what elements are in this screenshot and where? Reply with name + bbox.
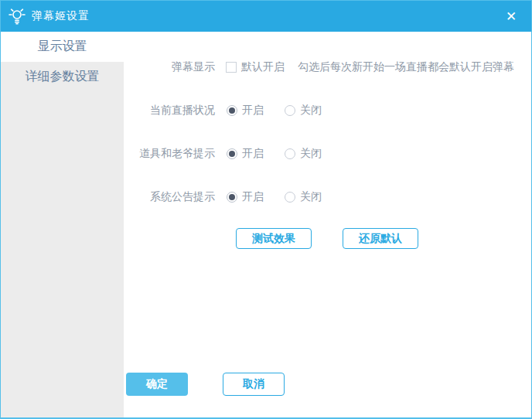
settings-window: 弹幕姬设置 ✕ 显示设置 详细参数设置 弹幕显示 默认开启 勾选后每次新开始一场…: [0, 0, 532, 419]
live-status-off-radio[interactable]: [285, 105, 295, 116]
checkbox-hint-text: 勾选后每次新开始一场直播都会默认开启弹幕: [298, 60, 514, 74]
sidebar-item-label: 显示设置: [38, 39, 87, 55]
ok-button[interactable]: 确定: [126, 373, 188, 396]
announcement-off-label[interactable]: 关闭: [300, 190, 322, 204]
footer-button-row: 确定 取消: [126, 373, 285, 396]
sidebar: 显示设置 详细参数设置: [1, 32, 124, 417]
test-effect-button[interactable]: 测试效果: [236, 228, 312, 249]
sidebar-item-display-settings[interactable]: 显示设置: [1, 32, 124, 62]
settings-panel: 弹幕显示 默认开启 勾选后每次新开始一场直播都会默认开启弹幕 当前直播状况 开启…: [124, 32, 531, 417]
cancel-button[interactable]: 取消: [223, 373, 285, 396]
setting-label: 当前直播状况: [124, 104, 215, 118]
default-on-checkbox-label[interactable]: 默认开启: [241, 60, 285, 74]
live-status-on-radio[interactable]: [227, 105, 237, 116]
sidebar-item-detail-settings[interactable]: 详细参数设置: [1, 62, 124, 92]
window-body: 显示设置 详细参数设置 弹幕显示 默认开启 勾选后每次新开始一场直播都会默认开启…: [1, 32, 531, 417]
titlebar: 弹幕姬设置 ✕: [1, 1, 531, 32]
gift-tips-off-label[interactable]: 关闭: [300, 147, 322, 161]
announcement-off-radio[interactable]: [285, 192, 295, 203]
setting-row-system-announcement: 系统公告提示 开启 关闭: [124, 189, 531, 205]
sidebar-item-label: 详细参数设置: [26, 69, 100, 85]
setting-label: 弹幕显示: [124, 60, 215, 74]
setting-label: 道具和老爷提示: [124, 147, 215, 161]
action-button-row: 测试效果 还原默认: [236, 228, 531, 249]
setting-label: 系统公告提示: [124, 190, 215, 204]
gift-tips-on-radio[interactable]: [227, 148, 237, 159]
close-icon[interactable]: ✕: [502, 7, 520, 26]
setting-row-gift-tips: 道具和老爷提示 开启 关闭: [124, 146, 531, 162]
setting-row-danmaku-display: 弹幕显示 默认开启 勾选后每次新开始一场直播都会默认开启弹幕: [124, 60, 531, 75]
live-status-off-label[interactable]: 关闭: [300, 104, 322, 118]
gift-tips-on-label[interactable]: 开启: [242, 147, 264, 161]
announcement-on-label[interactable]: 开启: [242, 190, 264, 204]
restore-default-button[interactable]: 还原默认: [343, 228, 418, 249]
live-status-on-label[interactable]: 开启: [242, 104, 264, 118]
gift-tips-off-radio[interactable]: [285, 148, 295, 159]
window-title: 弹幕姬设置: [32, 9, 90, 23]
default-on-checkbox[interactable]: [226, 62, 237, 73]
lightbulb-icon: [7, 6, 27, 26]
setting-row-live-status: 当前直播状况 开启 关闭: [124, 103, 531, 118]
announcement-on-radio[interactable]: [227, 192, 237, 203]
